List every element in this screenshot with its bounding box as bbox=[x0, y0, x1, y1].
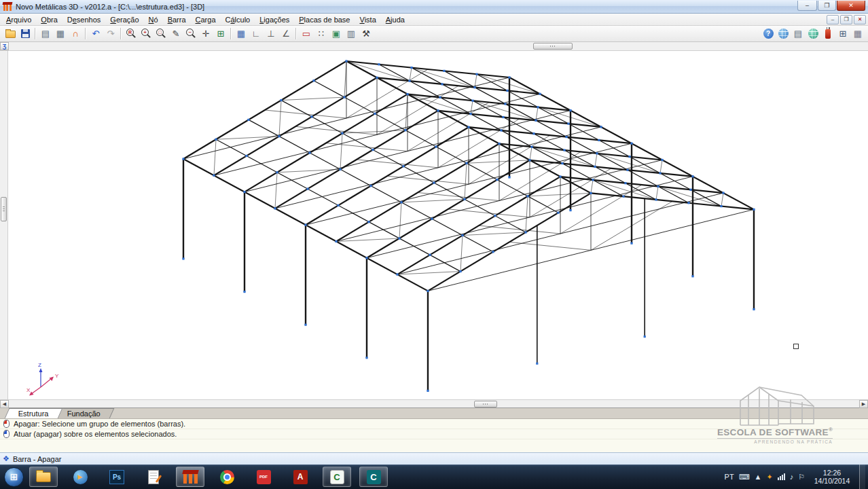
undo-button[interactable]: ↶ bbox=[88, 26, 103, 41]
redraw-button[interactable]: ✎ bbox=[168, 26, 183, 41]
help-line-1: Apagar: Selecione um grupo de elementos … bbox=[14, 420, 185, 428]
online-update-button[interactable] bbox=[776, 26, 791, 41]
angle-icon: ∠ bbox=[282, 29, 290, 38]
full-screen-button[interactable]: ▣ bbox=[329, 26, 344, 41]
print-preview-button[interactable]: ▥ bbox=[344, 26, 359, 41]
axes-icon: ∟ bbox=[252, 29, 261, 38]
pan-button[interactable]: ✛ bbox=[198, 26, 213, 41]
snap-grid-button[interactable]: ∷ bbox=[314, 26, 329, 41]
pan-scrollbar-thumb[interactable] bbox=[474, 401, 497, 408]
menu-item-10[interactable]: Vista bbox=[355, 14, 381, 25]
network-bars-icon[interactable] bbox=[778, 473, 785, 480]
window-3d-icon: ▦ bbox=[237, 29, 245, 38]
application-window: Novo Metálicas 3D - v2012.a - [C:\...\es… bbox=[0, 0, 868, 489]
zoom-in-icon: + bbox=[141, 29, 151, 39]
toolbar-separator bbox=[295, 28, 297, 39]
menu-item-11[interactable]: Ajuda bbox=[381, 14, 410, 25]
angle-button[interactable]: ∠ bbox=[278, 26, 293, 41]
mdi-restore-button[interactable]: ❐ bbox=[840, 15, 852, 24]
views-3d-icon: ⊞ bbox=[217, 29, 225, 38]
menu-item-1[interactable]: Obra bbox=[36, 14, 62, 25]
rotation-scrollbar-horizontal-thumb[interactable] bbox=[533, 43, 573, 50]
system-tray: PT ⌨▲✦♪⚐ 12:26 14/10/2014 bbox=[725, 465, 867, 489]
taskbar-explorer-button[interactable] bbox=[29, 467, 58, 487]
media-player-icon: ▶ bbox=[73, 470, 88, 484]
clock[interactable]: 12:26 14/10/2014 bbox=[810, 469, 854, 485]
taskbar-adobe-reader-button[interactable]: A bbox=[286, 467, 314, 487]
mdi-minimize-button[interactable]: – bbox=[827, 15, 839, 24]
menu-item-5[interactable]: Barra bbox=[163, 14, 191, 25]
pan-scrollbar-horizontal[interactable]: ◀ ▶ bbox=[0, 399, 868, 408]
mouse-left-button-icon bbox=[3, 420, 10, 428]
print-drawing-icon: ▤ bbox=[41, 29, 50, 38]
tools-button[interactable]: ⚒ bbox=[359, 26, 374, 41]
taskbar-metalicas-3d-button[interactable] bbox=[176, 467, 204, 487]
zoom-in-button[interactable]: + bbox=[139, 26, 153, 41]
adobe-reader-icon: A bbox=[293, 470, 308, 484]
rotation-scrollbar-vertical-thumb[interactable] bbox=[1, 197, 7, 221]
capture-icon: ▦ bbox=[56, 29, 65, 38]
menu-item-6[interactable]: Carga bbox=[191, 14, 221, 25]
menu-item-9[interactable]: Placas de base bbox=[294, 14, 355, 25]
tab-fundacao[interactable]: Fundação bbox=[53, 408, 114, 418]
taskbar-media-player-button[interactable]: ▶ bbox=[66, 467, 94, 487]
scroll-right-arrow-icon[interactable]: ▶ bbox=[859, 400, 868, 408]
mouse-right-button-icon bbox=[3, 430, 10, 438]
window-manager-button[interactable]: ⊞ bbox=[835, 26, 850, 41]
mdi-close-button[interactable]: ✕ bbox=[854, 15, 866, 24]
top-scroll-strip: Ʒ bbox=[0, 42, 868, 51]
rotation-scrollbar-vertical[interactable] bbox=[0, 51, 8, 399]
menu-item-0[interactable]: Arquivo bbox=[1, 14, 36, 25]
license-plug-button[interactable] bbox=[820, 26, 835, 41]
tools-icon: ⚒ bbox=[362, 29, 370, 38]
license-plug-icon bbox=[825, 29, 831, 39]
show-desktop-button[interactable] bbox=[859, 465, 865, 489]
view-window-icon[interactable]: Ʒ bbox=[0, 42, 9, 50]
volume-icon[interactable]: ♪ bbox=[790, 473, 794, 481]
menu-item-2[interactable]: Desenhos bbox=[62, 14, 106, 25]
print-preview-icon: ▥ bbox=[347, 29, 355, 38]
language-indicator[interactable]: PT bbox=[725, 473, 734, 481]
taskbar-text-editor-button[interactable] bbox=[139, 467, 168, 487]
taskbar-camtasia-recorder-button[interactable]: C bbox=[359, 467, 388, 487]
print-drawing-button[interactable]: ▤ bbox=[38, 26, 53, 41]
axes-button[interactable]: ∟ bbox=[249, 26, 264, 41]
web-services-button[interactable] bbox=[806, 26, 820, 41]
antivirus-icon[interactable]: ✦ bbox=[766, 473, 772, 481]
scroll-left-arrow-icon[interactable]: ◀ bbox=[0, 400, 9, 408]
zoom-window-button[interactable]: □ bbox=[153, 26, 168, 41]
rotation-scrollbar-horizontal[interactable] bbox=[9, 42, 868, 50]
zoom-out-button[interactable]: − bbox=[183, 26, 198, 41]
menu-item-7[interactable]: Cálculo bbox=[221, 14, 255, 25]
select-rectangle-button[interactable]: ▭ bbox=[299, 26, 314, 41]
taskbar-photoshop-button[interactable]: Ps bbox=[103, 467, 131, 487]
close-button[interactable]: ✕ bbox=[837, 1, 865, 11]
views-3d-button[interactable]: ⊞ bbox=[213, 26, 228, 41]
redo-button[interactable]: ↷ bbox=[103, 26, 118, 41]
zoom-real-button[interactable]: R bbox=[124, 26, 139, 41]
taskbar-pdf-tool-button[interactable]: PDF bbox=[249, 467, 278, 487]
tab-estrutura[interactable]: Estrutura bbox=[5, 408, 62, 418]
elevations-button[interactable]: ⊥ bbox=[264, 26, 278, 41]
taskbar-camtasia-studio-button[interactable]: C bbox=[323, 467, 351, 487]
open-button[interactable] bbox=[3, 26, 18, 41]
maximize-button[interactable]: ❐ bbox=[818, 1, 836, 11]
drawing-canvas[interactable]: Z Y X bbox=[8, 51, 868, 399]
menu-item-8[interactable]: Ligações bbox=[255, 14, 294, 25]
action-center-icon[interactable]: ⚐ bbox=[798, 473, 805, 481]
help-button[interactable]: ? bbox=[761, 26, 776, 41]
capture-button[interactable]: ▦ bbox=[53, 26, 68, 41]
taskbar-chrome-button[interactable] bbox=[213, 467, 241, 487]
print-button[interactable]: ▤ bbox=[791, 26, 806, 41]
help-line-2: Atuar (apagar) sobre os elementos seleci… bbox=[14, 430, 177, 438]
window-3d-button[interactable]: ▦ bbox=[234, 26, 249, 41]
reports-button[interactable]: ▦ bbox=[850, 26, 865, 41]
minimize-button[interactable]: – bbox=[797, 1, 817, 11]
save-button[interactable] bbox=[18, 26, 33, 41]
show-hidden-icon[interactable]: ▲ bbox=[755, 473, 762, 481]
start-button[interactable]: ⊞ bbox=[4, 467, 24, 487]
keyboard-icon[interactable]: ⌨ bbox=[739, 473, 750, 481]
magnet-button[interactable]: ∩ bbox=[68, 26, 83, 41]
menu-item-4[interactable]: Nó bbox=[144, 14, 163, 25]
menu-item-3[interactable]: Geração bbox=[105, 14, 143, 25]
